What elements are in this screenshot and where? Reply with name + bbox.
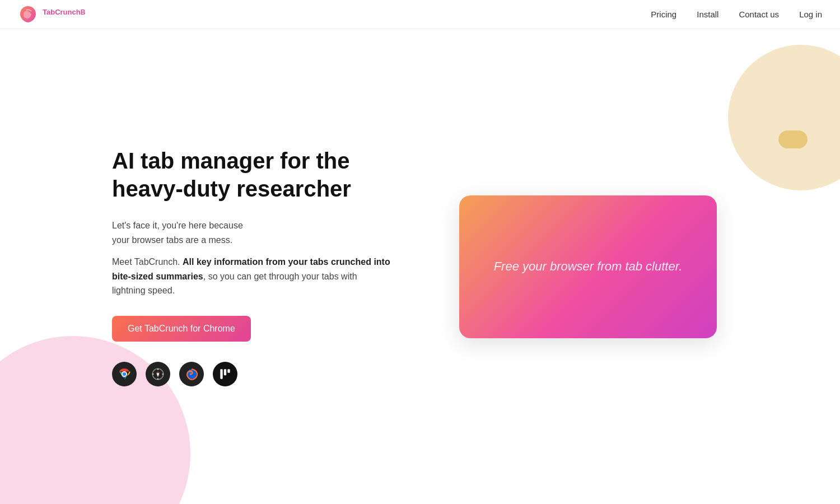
- feature-card: Free your browser from tab clutter.: [459, 195, 717, 338]
- hero-title: AI tab manager for the heavy-duty resear…: [112, 147, 392, 203]
- nav-contact[interactable]: Contact us: [739, 10, 779, 19]
- cta-button[interactable]: Get TabCrunch for Chrome: [112, 316, 251, 342]
- logo-icon: [18, 4, 38, 25]
- firefox-icon: [179, 362, 204, 386]
- feature-card-text: Free your browser from tab clutter.: [494, 259, 683, 274]
- hero-desc-2: Meet TabCrunch. All key information from…: [112, 255, 392, 298]
- nav-install[interactable]: Install: [697, 10, 718, 19]
- hero-right: Free your browser from tab clutter.: [392, 195, 840, 338]
- browser-icons-row: [112, 362, 392, 386]
- svg-rect-12: [224, 369, 226, 375]
- hero-left: AI tab manager for the heavy-duty resear…: [0, 147, 392, 386]
- nav-pricing[interactable]: Pricing: [651, 10, 676, 19]
- logo-text: TabCrunchB: [43, 8, 85, 21]
- chrome-icon: [112, 362, 137, 386]
- edge-icon: [213, 362, 237, 386]
- safari-icon: [146, 362, 170, 386]
- main-content: AI tab manager for the heavy-duty resear…: [0, 0, 840, 504]
- nav-links: Pricing Install Contact us Log in: [651, 10, 822, 20]
- navbar: TabCrunchB Pricing Install Contact us Lo…: [0, 0, 840, 29]
- svg-rect-13: [227, 369, 230, 373]
- svg-rect-11: [220, 369, 222, 379]
- hero-desc-1: Let's face it, you're here because your …: [112, 218, 392, 247]
- svg-point-2: [123, 372, 127, 376]
- logo-link[interactable]: TabCrunchB: [18, 4, 651, 25]
- nav-login[interactable]: Log in: [799, 10, 822, 19]
